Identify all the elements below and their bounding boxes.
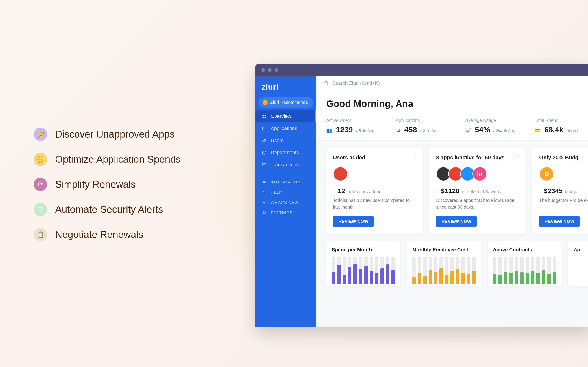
- app-body: zluri Zluri Recommends OverviewApplicati…: [255, 76, 588, 327]
- bar-slot: [472, 257, 476, 284]
- stat-period: in Aug: [427, 129, 439, 133]
- stat-block: Average Usage 📈 54% 2% in Aug: [465, 118, 528, 134]
- bar-slot: [418, 257, 421, 284]
- bar-slot: [504, 257, 507, 284]
- bar-fill: [348, 267, 351, 284]
- search-icon: [324, 81, 329, 86]
- sidebar-secondary-integrations[interactable]: ✱INTEGRATIONS: [255, 177, 316, 187]
- bar-slot: [456, 257, 459, 284]
- card-metric: 12: [338, 187, 345, 195]
- sidebar-secondary-label: SETTINGS: [271, 211, 293, 215]
- sidebar-nav: OverviewApplicationsUsersDepartmentsTran…: [255, 110, 316, 171]
- bar-fill: [434, 272, 437, 284]
- grid-icon: [261, 114, 267, 119]
- sidebar-item-label: Users: [271, 138, 284, 143]
- review-now-button[interactable]: REVIEW NOW: [436, 216, 477, 227]
- bar-fill: [418, 273, 421, 284]
- sidebar-item-users[interactable]: Users: [255, 134, 316, 147]
- bar-slot: [375, 257, 379, 284]
- help-icon: ?: [261, 190, 267, 195]
- bar-fill: [456, 269, 459, 284]
- bar-fill: [343, 275, 346, 284]
- feature-item: ⟳ Simplify Renewals: [34, 178, 181, 191]
- bar-fill: [504, 272, 507, 284]
- bar-slot: [337, 257, 340, 284]
- bar-fill: [353, 264, 357, 284]
- search-bar[interactable]: Search Zluri (Cmd+K): [316, 76, 588, 90]
- bar-fill: [423, 276, 427, 284]
- review-now-button[interactable]: REVIEW NOW: [539, 216, 580, 227]
- traffic-light-max[interactable]: [275, 68, 278, 72]
- sidebar: zluri Zluri Recommends OverviewApplicati…: [255, 76, 316, 327]
- sidebar-item-label: Departments: [271, 150, 299, 156]
- bar-fill: [536, 273, 540, 284]
- greeting: Good Morning, Ana: [316, 90, 588, 114]
- bar-fill: [337, 265, 340, 284]
- sidebar-recommends[interactable]: Zluri Recommends: [259, 97, 313, 108]
- chart-title: Spend per Month: [332, 247, 395, 253]
- avatar-row: [333, 167, 416, 181]
- sidebar-secondary-label: WHAT'S NEW: [271, 200, 298, 205]
- sidebar-secondary-help[interactable]: ?HELP: [255, 187, 316, 197]
- trend-up-icon: ↑: [333, 189, 336, 194]
- bar-slot: [493, 257, 496, 284]
- search-placeholder: Search Zluri (Cmd+K): [332, 80, 380, 86]
- bar-fill: [364, 266, 368, 284]
- card-description: The budget for Pro be exhausted by No: [539, 197, 588, 210]
- sidebar-secondary-label: INTEGRATIONS: [271, 180, 303, 185]
- feature-item: 🔑 Discover Unapproved Apps: [34, 128, 181, 141]
- trend-up-icon: ↑: [436, 189, 439, 194]
- users-icon: [261, 138, 267, 143]
- stat-label: Applications: [396, 118, 458, 123]
- card-description: Discovered 8 apps that have low usage si…: [436, 197, 519, 210]
- feature-label: Automate Security Alerts: [55, 204, 163, 215]
- sidebar-item-applications[interactable]: Applications: [255, 122, 316, 134]
- brand-logo[interactable]: zluri: [255, 80, 316, 97]
- stat-delta: 2: [419, 129, 425, 133]
- traffic-light-close[interactable]: [261, 68, 265, 72]
- bar-fill: [412, 277, 416, 284]
- stat-icon: 📈: [465, 128, 471, 133]
- plug-icon: ✱: [261, 180, 267, 185]
- window-titlebar: [255, 64, 588, 76]
- sidebar-item-overview[interactable]: Overview: [255, 110, 316, 122]
- card-menu-icon[interactable]: ⋮: [516, 153, 521, 159]
- sidebar-item-departments[interactable]: Departments: [255, 147, 316, 159]
- sidebar-item-transactions[interactable]: Transactions: [255, 159, 316, 171]
- bar-slot: [353, 257, 357, 284]
- bar-chart: [412, 257, 476, 284]
- sidebar-secondary-settings[interactable]: ⚙SETTINGS: [255, 208, 316, 218]
- bar-fill: [526, 273, 529, 284]
- bar-slot: [429, 257, 432, 284]
- bar-slot: [553, 257, 556, 284]
- bar-fill: [380, 268, 384, 284]
- stat-value: 1239: [336, 125, 353, 134]
- card-menu-icon[interactable]: ⋮: [413, 153, 418, 159]
- bar-fill: [467, 274, 470, 284]
- app-window: zluri Zluri Recommends OverviewApplicati…: [255, 64, 588, 327]
- chart-card: Ap: [568, 242, 588, 286]
- svg-rect-4: [263, 127, 266, 130]
- svg-rect-1: [265, 115, 266, 116]
- traffic-light-min[interactable]: [268, 68, 272, 72]
- trend-up-icon: ↑: [539, 189, 542, 194]
- stats-row: Active Users 👥 1239 5 in Aug Application…: [316, 114, 588, 141]
- recommendation-card: Users added ⋮ ↑ 12 new users added Todoi…: [326, 148, 423, 234]
- brand-text: zluri: [262, 83, 278, 91]
- card-icon: [261, 162, 267, 167]
- bar-fill: [509, 273, 513, 284]
- shield-icon: 🛡: [34, 203, 47, 216]
- stat-block: Total Spend 💳 68.4k this year: [535, 118, 588, 134]
- feature-item: 📋 Negotiate Renewals: [34, 228, 181, 241]
- recommendation-card: 8 apps inactive for 60 days ⋮ in ↑ $1120…: [429, 148, 526, 234]
- review-now-button[interactable]: REVIEW NOW: [333, 216, 373, 227]
- stat-delta: 2%: [492, 129, 502, 133]
- bar-slot: [380, 257, 384, 284]
- card-metric-note: budge: [565, 189, 577, 194]
- refresh-icon: ⟳: [34, 178, 47, 191]
- bar-slot: [445, 257, 448, 284]
- sidebar-secondary-what-s-new[interactable]: ✦WHAT'S NEW: [255, 197, 316, 208]
- bar-fill: [553, 272, 556, 284]
- bar-slot: [391, 257, 395, 284]
- feature-label: Simplify Renewals: [55, 179, 136, 190]
